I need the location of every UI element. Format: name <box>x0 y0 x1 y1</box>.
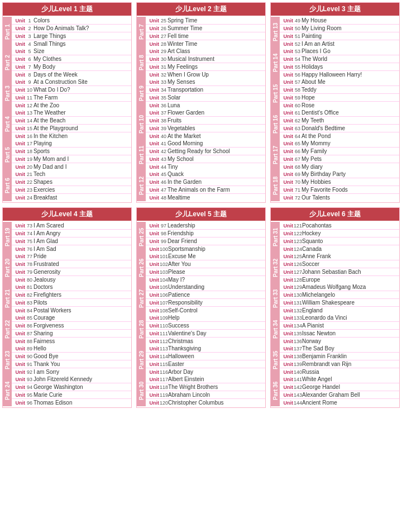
unit-number: 48 <box>160 195 168 201</box>
unit-number: 123 <box>294 239 302 244</box>
unit-keyword: Unit <box>281 18 293 23</box>
unit-title: The Sad Boy <box>302 345 398 352</box>
part-label: Part 26 <box>137 253 146 283</box>
unit-keyword: Unit <box>13 269 25 275</box>
part-label: Part 3 <box>3 78 12 109</box>
unit-number: 21 <box>26 172 34 177</box>
unit-number: 76 <box>26 246 34 252</box>
unit-row: Unit142George Handel <box>280 383 399 391</box>
unit-keyword: Unit <box>281 56 293 62</box>
unit-keyword: Unit <box>147 346 159 352</box>
unit-title: Europe <box>302 277 398 283</box>
unit-number: 34 <box>160 87 168 93</box>
unit-keyword: Unit <box>147 239 159 244</box>
unit-row: Unit136Norway <box>280 338 399 345</box>
unit-keyword: Unit <box>147 300 159 306</box>
unit-row: Unit9At a Construction Site <box>12 78 131 86</box>
unit-row: Unit140Russia <box>280 368 399 376</box>
unit-row: Unit19My Mom and I <box>12 155 131 163</box>
unit-keyword: Unit <box>147 377 159 382</box>
unit-row: Unit78Frustrated <box>12 260 131 268</box>
unit-number: 23 <box>26 187 34 193</box>
unit-title: Size <box>34 48 130 54</box>
unit-number: 142 <box>294 384 302 390</box>
unit-keyword: Unit <box>13 300 25 306</box>
part-group-part-3: Part 3Unit9At a Construction SiteUnit10W… <box>3 78 131 109</box>
unit-row: Unit91Thank You <box>12 360 131 368</box>
part-group-part-35: Part 35Unit137The Sad BoyUnit138Benjamin… <box>271 345 399 376</box>
unit-number: 77 <box>26 254 34 259</box>
unit-number: 40 <box>160 134 168 139</box>
unit-keyword: Unit <box>281 64 293 70</box>
unit-keyword: Unit <box>147 149 159 154</box>
unit-title: Good Bye <box>34 353 130 359</box>
unit-title: My Mommy <box>302 140 398 146</box>
unit-title: Benjamin Franklin <box>302 353 398 359</box>
unit-title: Fairness <box>34 338 130 344</box>
unit-number: 100 <box>160 246 168 252</box>
unit-title: Understanding <box>168 284 264 290</box>
unit-keyword: Unit <box>147 254 159 259</box>
unit-row: Unit111Valentine's Day <box>146 330 265 338</box>
unit-row: Unit108Self-Control <box>146 307 265 314</box>
unit-number: 56 <box>294 72 302 78</box>
unit-number: 91 <box>26 362 34 367</box>
unit-row: Unit103Please <box>146 268 265 276</box>
unit-number: 75 <box>26 239 34 244</box>
unit-title: I Am Scared <box>34 222 130 229</box>
unit-row: Unit49My House <box>280 17 399 25</box>
unit-row: Unit2How Do Animals Talk? <box>12 25 131 32</box>
part-group-part-13: Part 13Unit49My HouseUnit50My Living Roo… <box>271 17 399 48</box>
level-header-level5: 少儿Level 5 主题 <box>137 208 265 221</box>
unit-title: My Living Room <box>302 25 398 31</box>
unit-number: 52 <box>294 41 302 47</box>
part-units: Unit93John Fitzereld KennedyUnit94George… <box>12 376 131 406</box>
unit-title: Arbor Day <box>168 369 264 375</box>
unit-keyword: Unit <box>147 339 159 344</box>
unit-title: My Hobbies <box>302 179 398 185</box>
unit-number: 32 <box>160 72 168 78</box>
unit-title: Responsibility <box>168 300 264 306</box>
unit-title: In the Kitchen <box>34 133 130 139</box>
unit-keyword: Unit <box>13 239 25 244</box>
part-units: Unit89HelloUnit90Good ByeUnit91Thank You… <box>12 345 131 376</box>
unit-keyword: Unit <box>13 346 25 352</box>
unit-number: 19 <box>26 156 34 162</box>
unit-title: What Do I Do? <box>34 87 130 93</box>
unit-row: Unit23Exercies <box>12 186 131 194</box>
part-label: Part 6 <box>3 170 12 201</box>
unit-title: William Shakespeare <box>302 300 398 306</box>
unit-row: Unit39Vegetables <box>146 125 265 132</box>
part-label: Part 28 <box>137 314 146 345</box>
part-label: Part 27 <box>137 283 146 314</box>
part-label: Part 13 <box>271 17 280 48</box>
unit-number: 25 <box>160 18 168 23</box>
unit-number: 45 <box>160 172 168 177</box>
unit-title: Marie Curie <box>34 392 130 398</box>
unit-number: 127 <box>294 269 302 275</box>
unit-row: Unit97Leadership <box>146 222 265 230</box>
part-label: Part 7 <box>137 17 146 48</box>
unit-title: Teddy <box>302 87 398 93</box>
unit-number: 102 <box>160 262 168 267</box>
unit-number: 99 <box>160 239 168 244</box>
level-section-level6: 少儿Level 6 主题Part 31Unit121PocahontasUnit… <box>270 207 400 408</box>
unit-row: Unit1Colors <box>12 17 131 25</box>
unit-keyword: Unit <box>281 187 293 193</box>
unit-title: Pride <box>34 253 130 259</box>
unit-number: 132 <box>294 308 302 314</box>
level-header-level2: 少儿Level 2 主题 <box>137 3 265 16</box>
unit-row: Unit58Teddy <box>280 86 399 94</box>
unit-row: Unit100Sportsmanship <box>146 245 265 253</box>
unit-row: Unit82Firefighters <box>12 291 131 299</box>
unit-title: Spring Time <box>168 17 264 23</box>
unit-keyword: Unit <box>281 362 293 367</box>
unit-number: 89 <box>26 346 34 352</box>
unit-keyword: Unit <box>13 79 25 85</box>
unit-row: Unit36Luna <box>146 102 265 109</box>
unit-number: 14 <box>26 118 34 124</box>
unit-keyword: Unit <box>13 95 25 101</box>
unit-number: 36 <box>160 103 168 108</box>
unit-keyword: Unit <box>147 118 159 124</box>
unit-title: Small Things <box>34 41 130 47</box>
